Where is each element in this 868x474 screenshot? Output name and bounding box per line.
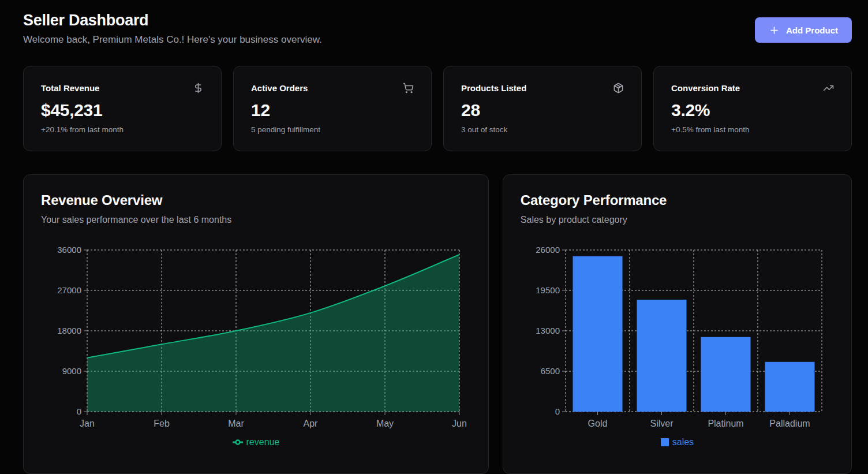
stat-value: 3.2% (671, 100, 834, 120)
svg-text:May: May (376, 419, 394, 428)
shopping-cart-icon (403, 83, 414, 94)
stat-value: 12 (251, 100, 414, 120)
category-bar-chart[interactable]: 06500130001950026000GoldSilverPlatinumPa… (521, 244, 844, 434)
category-chart-title: Category Performance (521, 192, 834, 208)
header: Seller Dashboard Welcome back, Premium M… (23, 12, 852, 46)
category-performance-card: Category Performance Sales by product ca… (503, 174, 852, 474)
svg-text:9000: 9000 (62, 366, 81, 376)
charts-row: Revenue Overview Your sales performance … (23, 174, 852, 474)
stat-note: 5 pending fulfillment (251, 125, 414, 134)
svg-text:6500: 6500 (540, 366, 559, 376)
svg-text:Platinum: Platinum (708, 419, 743, 428)
trending-up-icon (823, 83, 834, 94)
svg-text:Jun: Jun (452, 419, 467, 428)
page-subtitle: Welcome back, Premium Metals Co.! Here's… (23, 34, 322, 46)
svg-text:26000: 26000 (536, 245, 560, 255)
svg-text:Palladium: Palladium (769, 419, 810, 428)
stat-label: Products Listed (461, 83, 526, 93)
svg-text:Feb: Feb (154, 419, 170, 428)
stat-card-conversion-rate: Conversion Rate 3.2% +0.5% from last mon… (653, 66, 852, 151)
revenue-legend-label: revenue (246, 437, 280, 447)
revenue-legend-line-icon (233, 438, 243, 446)
revenue-chart-title: Revenue Overview (41, 192, 471, 208)
revenue-legend: revenue (41, 437, 471, 447)
revenue-area-chart[interactable]: 09000180002700036000JanFebMarAprMayJun (41, 244, 485, 434)
category-chart-subtitle: Sales by product category (521, 215, 834, 225)
stat-label: Active Orders (251, 83, 308, 93)
dollar-sign-icon (193, 83, 204, 94)
svg-text:Mar: Mar (228, 419, 244, 428)
header-text: Seller Dashboard Welcome back, Premium M… (23, 12, 322, 46)
svg-text:13000: 13000 (536, 326, 560, 335)
add-product-button[interactable]: Add Product (755, 17, 852, 43)
svg-text:Silver: Silver (650, 419, 674, 428)
revenue-chart-box: 09000180002700036000JanFebMarAprMayJun r… (41, 244, 471, 447)
stat-note: +0.5% from last month (671, 125, 834, 134)
bar-palladium[interactable] (765, 362, 814, 412)
svg-text:Apr: Apr (304, 419, 319, 428)
category-chart-box: 06500130001950026000GoldSilverPlatinumPa… (521, 244, 834, 447)
stat-label: Total Revenue (41, 83, 99, 93)
stat-note: 3 out of stock (461, 125, 624, 134)
stats-row: Total Revenue $45,231 +20.1% from last m… (23, 66, 852, 151)
seller-dashboard-page: Seller Dashboard Welcome back, Premium M… (0, 0, 868, 474)
stat-value: 28 (461, 100, 624, 120)
svg-text:Jan: Jan (80, 419, 95, 428)
svg-text:0: 0 (555, 406, 560, 416)
sales-legend-square-icon (661, 438, 669, 446)
svg-text:Gold: Gold (588, 419, 607, 428)
bar-gold[interactable] (573, 256, 622, 412)
svg-text:27000: 27000 (57, 285, 81, 295)
bar-silver[interactable] (637, 300, 686, 412)
stat-card-active-orders: Active Orders 12 5 pending fulfillment (233, 66, 432, 151)
svg-text:19500: 19500 (536, 285, 560, 295)
stat-card-products-listed: Products Listed 28 3 out of stock (443, 66, 642, 151)
revenue-chart-subtitle: Your sales performance over the last 6 m… (41, 215, 471, 225)
stat-note: +20.1% from last month (41, 125, 204, 134)
svg-text:36000: 36000 (57, 245, 81, 255)
category-legend-label: sales (672, 437, 694, 447)
add-product-label: Add Product (786, 25, 838, 35)
category-legend: sales (521, 437, 834, 447)
page-title: Seller Dashboard (23, 12, 322, 29)
bar-platinum[interactable] (701, 337, 750, 412)
plus-icon (769, 25, 780, 36)
stat-label: Conversion Rate (671, 83, 740, 93)
svg-text:18000: 18000 (57, 326, 81, 335)
package-icon (613, 83, 624, 94)
svg-text:0: 0 (77, 406, 81, 416)
revenue-overview-card: Revenue Overview Your sales performance … (23, 174, 489, 474)
stat-card-total-revenue: Total Revenue $45,231 +20.1% from last m… (23, 66, 222, 151)
stat-value: $45,231 (41, 100, 204, 120)
